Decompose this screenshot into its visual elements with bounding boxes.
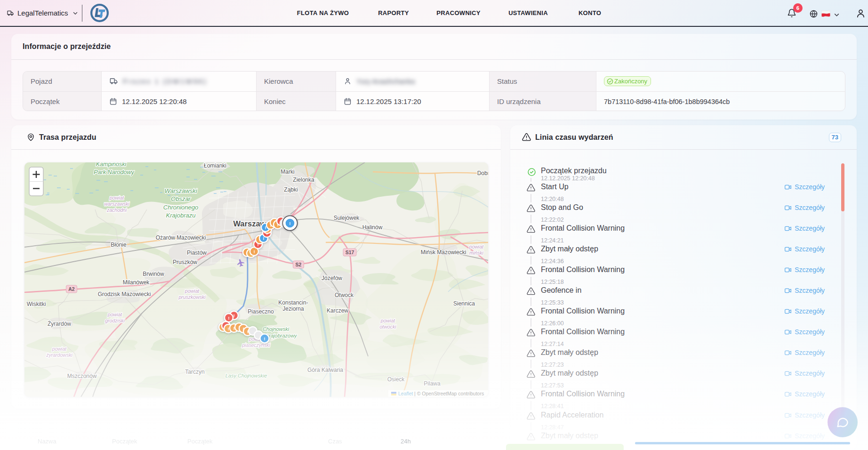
svg-text:!: ! [228,315,229,321]
svg-text:!: ! [253,249,255,254]
svg-text:!: ! [289,221,290,226]
svg-text:Leaflet: Leaflet [398,391,413,396]
svg-text:| © OpenStreetMap contributors: | © OpenStreetMap contributors [414,391,484,396]
svg-text:!: ! [264,336,265,341]
svg-text:!: ! [227,326,229,331]
